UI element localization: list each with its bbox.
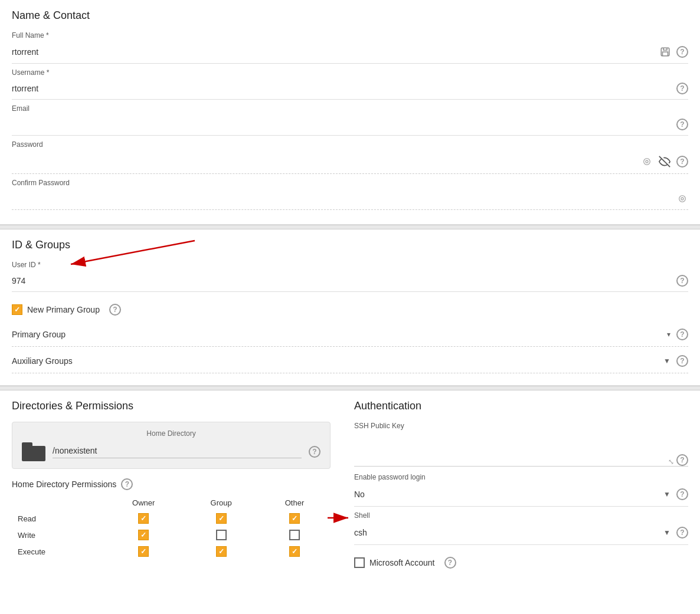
svg-point-5 — [644, 159, 650, 165]
shell-value: csh — [354, 528, 658, 537]
confirm-password-container — [12, 193, 672, 205]
userid-help-icon[interactable]: ? — [676, 275, 688, 287]
write-other-checkbox[interactable] — [289, 530, 300, 540]
password-icons: ? — [641, 155, 688, 169]
execute-owner-checkbox[interactable] — [138, 546, 149, 557]
perms-execute-owner — [104, 544, 182, 559]
home-dir-input[interactable] — [53, 446, 302, 458]
primary-group-field: Primary Group ▾ ? — [12, 323, 688, 347]
auxiliary-groups-dropdown-btn[interactable]: ▼ — [662, 356, 672, 366]
ssh-key-textarea[interactable] — [354, 431, 688, 467]
password-help-icon[interactable]: ? — [676, 156, 688, 168]
enable-password-login-row: No ▼ ? — [354, 482, 688, 507]
username-field-stack: Username * ? — [12, 68, 688, 100]
primary-group-help-icon[interactable]: ? — [676, 329, 688, 340]
username-help-icon[interactable]: ? — [676, 83, 688, 94]
perms-col-other: Other — [260, 496, 329, 510]
confirm-password-input[interactable] — [12, 193, 672, 205]
email-icons: ? — [676, 119, 688, 130]
perms-table: Owner Group Other Read — [12, 495, 331, 560]
userid-container — [12, 275, 672, 287]
fullname-help-icon[interactable]: ? — [676, 46, 688, 58]
perms-help-icon[interactable]: ? — [121, 478, 133, 490]
perms-write-other — [260, 527, 329, 543]
email-input[interactable] — [12, 119, 672, 130]
username-icons: ? — [676, 83, 688, 94]
username-input[interactable] — [12, 83, 672, 94]
id-groups-title: ID & Groups — [12, 239, 688, 251]
perms-execute-group — [184, 544, 259, 559]
new-primary-group-label: New Primary Group — [27, 305, 100, 314]
auxiliary-groups-help-icon[interactable]: ? — [676, 355, 688, 367]
directories-permissions-title: Directories & Permissions — [12, 400, 331, 412]
confirm-password-label: Confirm Password — [12, 179, 688, 187]
perms-write-label: Write — [13, 527, 103, 543]
fullname-input[interactable] — [12, 46, 654, 58]
auxiliary-groups-label: Auxiliary Groups — [12, 356, 658, 366]
userid-input[interactable] — [12, 275, 672, 287]
userid-field-stack: User ID * ? — [12, 261, 688, 292]
enable-password-login-dropdown-btn[interactable]: ▼ — [662, 489, 672, 500]
microsoft-account-help-icon[interactable]: ? — [444, 557, 456, 569]
password-input[interactable] — [12, 156, 636, 168]
perms-header: Home Directory Permissions ? — [12, 478, 331, 490]
home-directory-box: Home Directory ? — [12, 422, 331, 469]
ssh-key-help-icon[interactable]: ? — [676, 454, 688, 466]
userid-icons: ? — [676, 275, 688, 287]
shell-stack: Shell csh ▼ ? — [354, 511, 688, 545]
password-row: ? — [12, 150, 688, 174]
primary-group-dropdown-btn[interactable]: ▾ — [666, 329, 672, 340]
execute-other-checkbox[interactable] — [289, 546, 300, 557]
username-container — [12, 83, 672, 94]
read-owner-checkbox[interactable] — [138, 513, 149, 524]
shell-label: Shell — [354, 511, 688, 520]
password-field-stack: Password — [12, 140, 688, 174]
confirm-password-lock-icon[interactable] — [676, 193, 688, 205]
password-lock-icon[interactable] — [641, 156, 653, 168]
authentication-col: Authentication SSH Public Key ⤡ ? Enable… — [354, 400, 688, 576]
fullname-row: ? — [12, 41, 688, 64]
username-row: ? — [12, 78, 688, 100]
email-row: ? — [12, 114, 688, 136]
home-dir-label: Home Directory — [22, 429, 320, 438]
enable-password-login-value: No — [354, 490, 658, 499]
read-other-checkbox[interactable] — [289, 513, 300, 524]
password-eye-slash-icon[interactable] — [658, 155, 672, 169]
new-primary-group-help-icon[interactable]: ? — [109, 304, 121, 316]
directories-permissions-col: Directories & Permissions Home Directory… — [12, 400, 331, 576]
home-dir-help-icon[interactable]: ? — [309, 446, 320, 458]
execute-group-checkbox[interactable] — [216, 546, 227, 557]
section-divider-2 — [0, 386, 700, 390]
perms-col-empty — [13, 496, 103, 510]
svg-point-6 — [646, 160, 648, 163]
perms-write-owner — [104, 527, 182, 543]
permissions-section: Home Directory Permissions ? Owner Group… — [12, 478, 331, 560]
perms-write-row: Write — [13, 527, 329, 543]
fullname-field-stack: Full Name * ? — [12, 31, 688, 64]
perms-read-group — [184, 511, 259, 526]
shell-help-icon[interactable]: ? — [676, 527, 688, 539]
microsoft-account-checkbox[interactable] — [354, 557, 365, 568]
authentication-title: Authentication — [354, 400, 688, 412]
id-groups-section: ID & Groups User ID * ? New Primary Grou… — [0, 229, 700, 386]
email-help-icon[interactable]: ? — [676, 119, 688, 130]
shell-dropdown-btn[interactable]: ▼ — [662, 527, 672, 538]
read-group-checkbox[interactable] — [216, 513, 227, 524]
perms-col-group: Group — [184, 496, 259, 510]
name-contact-title: Name & Contact — [12, 9, 688, 22]
write-owner-checkbox[interactable] — [138, 530, 149, 540]
fullname-save-icon[interactable] — [659, 45, 672, 58]
perms-execute-other — [260, 544, 329, 559]
email-container — [12, 119, 672, 130]
ssh-key-label: SSH Public Key — [354, 422, 688, 430]
userid-row: ? — [12, 270, 688, 292]
enable-password-login-help-icon[interactable]: ? — [676, 488, 688, 500]
write-group-checkbox[interactable] — [216, 530, 227, 540]
home-dir-content: ? — [22, 442, 320, 461]
email-field-stack: Email ? — [12, 104, 688, 136]
new-primary-group-checkbox[interactable] — [12, 304, 22, 315]
new-primary-group-row: New Primary Group ? — [12, 297, 688, 323]
fullname-icons: ? — [659, 45, 688, 58]
confirm-password-icons — [676, 193, 688, 205]
confirm-password-row — [12, 188, 688, 210]
